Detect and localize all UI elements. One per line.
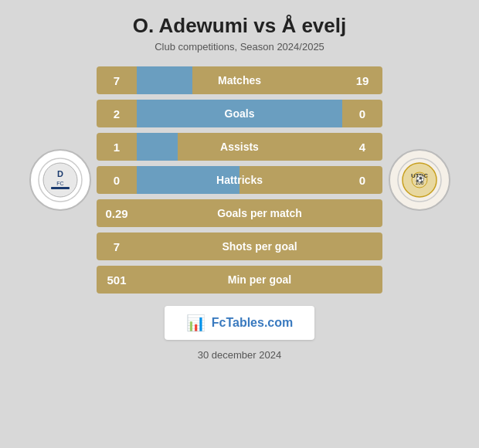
stat-right-value: 19 bbox=[342, 74, 382, 87]
stat-row: 0Hattricks0 bbox=[97, 166, 382, 194]
stats-column: 7Matches192Goals01Assists40Hattricks00.2… bbox=[97, 66, 382, 294]
stat-label: Hattricks bbox=[137, 174, 342, 186]
stat-row: 0.29Goals per match bbox=[97, 199, 382, 227]
stat-row: 7Matches19 bbox=[97, 66, 382, 94]
page-title: O. Adewumi vs Å evelj bbox=[133, 14, 346, 38]
svg-text:⚽: ⚽ bbox=[415, 175, 424, 184]
subtitle: Club competitions, Season 2024/2025 bbox=[155, 41, 324, 53]
stat-left-value: 7 bbox=[97, 74, 137, 87]
stat-left-value: 1 bbox=[97, 141, 137, 154]
stat-right-value: 0 bbox=[342, 174, 382, 187]
stat-label: Min per goal bbox=[137, 273, 382, 286]
stat-bar-area: Assists bbox=[137, 133, 342, 161]
stat-left-value: 2 bbox=[97, 107, 137, 120]
fctables-branding: 📊 FcTables.com bbox=[165, 306, 315, 340]
stat-left-value: 0 bbox=[97, 174, 137, 187]
svg-text:D: D bbox=[57, 169, 63, 178]
stat-label: Matches bbox=[137, 74, 342, 87]
team-right-logo: UTDC 100 ⚽ bbox=[389, 149, 450, 211]
stat-left-value: 7 bbox=[97, 240, 137, 253]
logo-left-container: D FC bbox=[23, 149, 97, 211]
fctables-text: FcTables.com bbox=[212, 316, 294, 330]
main-comparison-area: D FC 7Matches192Goals01Assists40Hattrick… bbox=[8, 66, 471, 294]
stat-row: 501Min per goal bbox=[97, 266, 382, 294]
stat-bar-area: Hattricks bbox=[137, 166, 342, 194]
svg-point-1 bbox=[43, 163, 77, 197]
fctables-icon: 📊 bbox=[186, 314, 206, 332]
stat-bar-area: Goals bbox=[137, 100, 342, 127]
stat-row: 2Goals0 bbox=[97, 100, 382, 127]
stat-label: Shots per goal bbox=[137, 240, 382, 253]
stat-label: Goals bbox=[137, 107, 342, 120]
footer-date: 30 december 2024 bbox=[198, 349, 281, 361]
stat-left-value: 501 bbox=[97, 273, 137, 287]
stat-right-value: 4 bbox=[342, 141, 382, 154]
stat-bar-area: Min per goal bbox=[137, 266, 382, 294]
stat-label: Goals per match bbox=[137, 207, 382, 219]
stat-right-value: 0 bbox=[342, 107, 382, 120]
stat-bar-area: Matches bbox=[137, 66, 342, 94]
stat-bar-area: Goals per match bbox=[137, 199, 382, 227]
stat-row: 1Assists4 bbox=[97, 133, 382, 161]
stat-left-value: 0.29 bbox=[97, 207, 137, 220]
stat-label: Assists bbox=[137, 141, 342, 153]
stat-bar-area: Shots per goal bbox=[137, 232, 382, 260]
team-left-logo: D FC bbox=[29, 149, 91, 211]
svg-text:FC: FC bbox=[56, 181, 63, 186]
svg-rect-4 bbox=[51, 187, 70, 189]
stat-row: 7Shots per goal bbox=[97, 232, 382, 260]
logo-right-container: UTDC 100 ⚽ bbox=[382, 149, 456, 211]
